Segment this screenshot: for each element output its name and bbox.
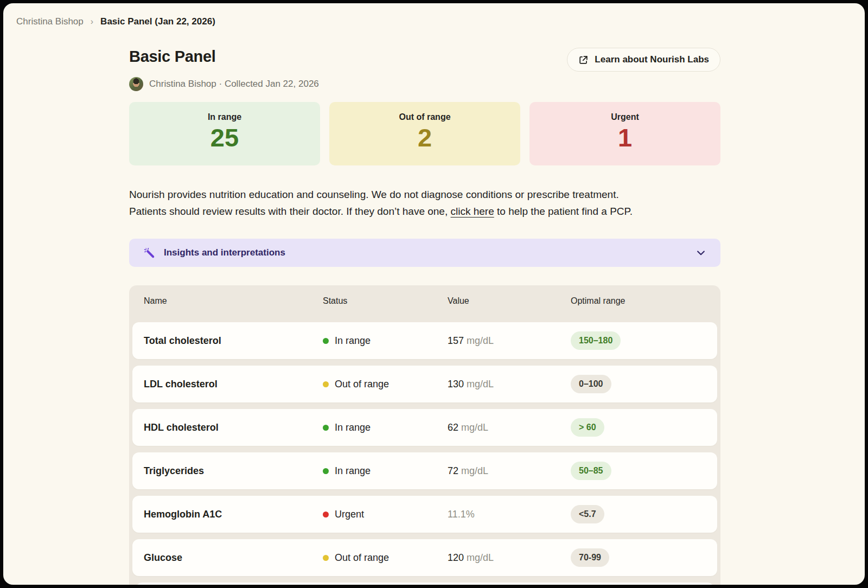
stat-value: 1	[529, 123, 720, 153]
result-unit: mg/dL	[467, 552, 494, 563]
stat-label: Urgent	[529, 102, 720, 122]
result-status: In range	[323, 335, 448, 347]
result-name: Total cholesterol	[144, 335, 323, 347]
result-value: 62	[448, 422, 458, 433]
column-header-optimal-range: Optimal range	[571, 296, 720, 306]
optimal-range-pill: <5.7	[571, 505, 604, 523]
byline-text: Christina Bishop · Collected Jan 22, 202…	[149, 79, 319, 90]
magic-wand-icon	[143, 247, 156, 259]
column-header-name: Name	[144, 296, 323, 306]
breadcrumb-chevron-icon: ›	[91, 17, 93, 27]
main-content: Basic Panel Learn about Nourish Labs Chr…	[129, 48, 720, 585]
status-dot-icon	[323, 555, 329, 561]
result-value-cell: 120mg/dL	[448, 552, 571, 564]
disclaimer-line2-post: to help the patient find a PCP.	[494, 206, 633, 217]
find-pcp-link[interactable]: click here	[451, 206, 494, 217]
stat-value: 2	[329, 123, 520, 153]
status-label: In range	[335, 422, 371, 433]
result-name: Triglycerides	[144, 465, 323, 477]
stat-card-in-range: In range 25	[129, 102, 320, 165]
table-row[interactable]: LDL cholesterol Out of range 130mg/dL 0–…	[132, 366, 717, 402]
table-row[interactable]: Total cholesterol In range 157mg/dL 150–…	[132, 322, 717, 359]
title-row: Basic Panel Learn about Nourish Labs	[129, 48, 720, 72]
result-name: Hemoglobin A1C	[144, 509, 323, 520]
page-title: Basic Panel	[129, 48, 216, 66]
result-unit: mg/dL	[461, 422, 488, 433]
result-unit: mg/dL	[461, 465, 488, 476]
insights-accordion[interactable]: Insights and interpretations	[129, 239, 720, 267]
result-value: 72	[448, 465, 458, 476]
result-value: 11.1%	[448, 509, 475, 520]
result-status: In range	[323, 465, 448, 477]
status-dot-icon	[323, 338, 329, 344]
status-label: Urgent	[335, 509, 364, 520]
stat-cards: In range 25 Out of range 2 Urgent 1	[129, 102, 720, 165]
breadcrumb-patient[interactable]: Christina Bishop	[16, 16, 84, 27]
patient-avatar	[129, 77, 143, 91]
disclaimer-text: Nourish provides nutrition education and…	[129, 186, 720, 220]
stat-card-out-of-range: Out of range 2	[329, 102, 520, 165]
app-window: Christina Bishop › Basic Panel (Jan 22, …	[3, 3, 865, 585]
result-name: Glucose	[144, 552, 323, 564]
table-row-partial[interactable]	[136, 583, 714, 585]
table-row[interactable]: Glucose Out of range 120mg/dL 70-99	[132, 539, 717, 576]
status-dot-icon	[323, 381, 329, 387]
insights-label: Insights and interpretations	[164, 247, 285, 258]
learn-about-nourish-labs-button[interactable]: Learn about Nourish Labs	[567, 48, 720, 72]
stat-label: Out of range	[329, 102, 520, 122]
status-label: In range	[335, 335, 371, 347]
learn-button-label: Learn about Nourish Labs	[595, 54, 709, 65]
result-value-cell: 72mg/dL	[448, 465, 571, 477]
external-link-icon	[578, 55, 589, 65]
result-value: 157	[448, 335, 464, 346]
result-value-cell: 130mg/dL	[448, 379, 571, 390]
status-label: Out of range	[335, 552, 389, 564]
result-name: HDL cholesterol	[144, 422, 323, 433]
table-header: Name Status Value Optimal range	[129, 285, 720, 317]
optimal-range-pill: > 60	[571, 418, 604, 437]
result-value: 120	[448, 552, 464, 563]
result-name: LDL cholesterol	[144, 379, 323, 390]
result-unit: mg/dL	[467, 379, 494, 389]
result-status: In range	[323, 422, 448, 433]
status-dot-icon	[323, 425, 329, 431]
stat-card-urgent: Urgent 1	[529, 102, 720, 165]
disclaimer-line1: Nourish provides nutrition education and…	[129, 189, 619, 200]
optimal-range-pill: 0–100	[571, 375, 611, 393]
status-label: In range	[335, 465, 371, 477]
column-header-value: Value	[448, 296, 571, 306]
breadcrumb: Christina Bishop › Basic Panel (Jan 22, …	[3, 3, 865, 27]
status-label: Out of range	[335, 379, 389, 390]
result-value-cell: 11.1%	[448, 509, 571, 520]
status-dot-icon	[323, 468, 329, 474]
results-table: Name Status Value Optimal range Total ch…	[129, 285, 720, 585]
chevron-down-icon[interactable]	[695, 247, 706, 258]
result-status: Out of range	[323, 379, 448, 390]
table-row[interactable]: HDL cholesterol In range 62mg/dL > 60	[132, 409, 717, 446]
table-rows: Total cholesterol In range 157mg/dL 150–…	[129, 317, 720, 585]
disclaimer-line2-pre: Patients should review results with thei…	[129, 206, 451, 217]
result-value: 130	[448, 379, 464, 389]
result-unit: mg/dL	[467, 335, 494, 346]
byline: Christina Bishop · Collected Jan 22, 202…	[129, 77, 720, 91]
breadcrumb-current-page: Basic Panel (Jan 22, 2026)	[100, 16, 215, 27]
optimal-range-pill: 150–180	[571, 331, 621, 350]
result-status: Urgent	[323, 509, 448, 520]
table-row[interactable]: Triglycerides In range 72mg/dL 50–85	[132, 452, 717, 489]
column-header-status: Status	[323, 296, 448, 306]
stat-value: 25	[129, 123, 320, 153]
stat-label: In range	[129, 102, 320, 122]
result-value-cell: 62mg/dL	[448, 422, 571, 433]
status-dot-icon	[323, 512, 329, 517]
result-status: Out of range	[323, 552, 448, 564]
table-row[interactable]: Hemoglobin A1C Urgent 11.1% <5.7	[132, 496, 717, 533]
result-value-cell: 157mg/dL	[448, 335, 571, 347]
optimal-range-pill: 50–85	[571, 462, 611, 480]
optimal-range-pill: 70-99	[571, 548, 609, 567]
